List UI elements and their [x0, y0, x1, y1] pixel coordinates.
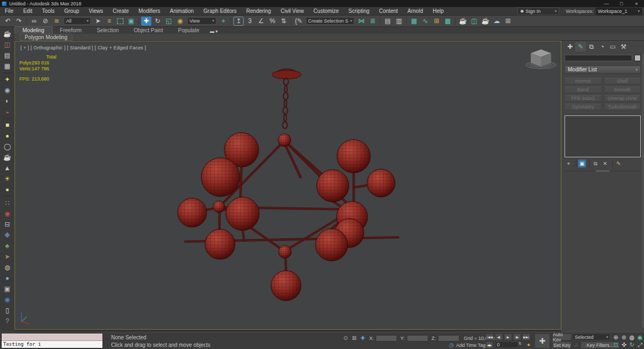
render-flyout-icon[interactable]: ⊞: [503, 17, 513, 26]
menu-create[interactable]: Create: [108, 7, 134, 15]
y-coordinate-input[interactable]: [407, 335, 428, 341]
select-lights-icon[interactable]: ✦: [3, 75, 12, 84]
zoom-extents-icon[interactable]: ◍: [628, 333, 636, 341]
menu-arnold[interactable]: Arnold: [402, 7, 428, 15]
frame-spinner[interactable]: ⇅: [518, 341, 522, 346]
select-rotate-icon[interactable]: ↻: [152, 17, 163, 26]
select-object-icon[interactable]: ➤: [93, 17, 103, 26]
zoom-region-icon[interactable]: ⊡: [612, 341, 620, 348]
set-keys-button[interactable]: ✚: [535, 333, 550, 348]
redo-icon[interactable]: ↷: [14, 17, 24, 26]
sign-in-button[interactable]: ◉ Sign In ▾: [517, 8, 559, 15]
menu-rendering[interactable]: Rendering: [241, 7, 276, 15]
go-to-start-button[interactable]: |◀◀: [486, 333, 494, 340]
help-icon[interactable]: ?: [3, 316, 12, 326]
listener-input-line[interactable]: Testing for i: [2, 341, 103, 348]
modifier-button-symmetry[interactable]: Symmetry: [565, 104, 602, 110]
ribbon-toggle-icon[interactable]: ▦: [409, 17, 419, 26]
menu-scripting[interactable]: Scripting: [343, 7, 374, 15]
selection-lock-icon[interactable]: ⊠: [350, 335, 358, 341]
viewport-label[interactable]: [ + ] [ Orthographic ] [ Standard ] [ Cl…: [20, 45, 146, 50]
modifier-button-smooth[interactable]: Smooth: [604, 86, 641, 93]
menu-modifiers[interactable]: Modifiers: [134, 7, 165, 15]
snap-3d-icon[interactable]: 3: [245, 17, 255, 26]
previous-frame-button[interactable]: ◀|: [495, 333, 503, 340]
menu-help[interactable]: Help: [428, 7, 449, 15]
modifier-button-ffd-2x2x2[interactable]: FFD 2x2x2: [565, 95, 602, 101]
controller-icon[interactable]: ⊟: [3, 220, 12, 229]
reference-coordsys-dropdown[interactable]: View▾: [187, 17, 216, 25]
snaps-toggle-icon[interactable]: ↥: [233, 17, 244, 26]
add-time-tag[interactable]: Add Time Tag: [456, 343, 486, 348]
menu-views[interactable]: Views: [84, 7, 108, 15]
object-color-swatch[interactable]: [634, 55, 641, 61]
hierarchy-tab[interactable]: ⧉: [586, 42, 597, 52]
rect-selection-region-icon[interactable]: [117, 18, 123, 24]
menu-file[interactable]: File: [0, 7, 18, 15]
polygon-modeling-panel[interactable]: Polygon Modeling: [20, 34, 72, 41]
schematic-view-icon[interactable]: ⊞: [431, 17, 442, 26]
ribbon-tab-object-paint[interactable]: Object Paint: [126, 27, 170, 34]
mirror-icon[interactable]: ⋈: [356, 17, 367, 26]
layer-explorer-toggle-icon[interactable]: ▥: [394, 17, 404, 26]
workspace-dropdown[interactable]: Workspace_1 ▾: [596, 8, 642, 15]
current-frame-field[interactable]: 0: [495, 341, 518, 348]
sphere-tool-icon[interactable]: ●: [3, 273, 12, 283]
viewport[interactable]: [ + ] [ Orthographic ] [ Standard ] [ Cl…: [14, 41, 561, 330]
menu-customize[interactable]: Customize: [309, 7, 343, 15]
use-pivot-center-icon[interactable]: ⌖: [218, 17, 229, 26]
close-button[interactable]: ×: [629, 1, 644, 6]
zoom-extents-all-icon[interactable]: ◉: [636, 333, 644, 341]
zoom-all-icon[interactable]: ⊛: [620, 333, 628, 341]
next-frame-button[interactable]: |▶: [513, 333, 521, 340]
maxscript-mini-listener[interactable]: Testing for i: [1, 333, 103, 348]
teapot-primitive-icon[interactable]: ☕: [3, 152, 12, 162]
minimize-button[interactable]: —: [599, 1, 614, 6]
select-link-icon[interactable]: ∞: [29, 17, 39, 26]
rendered-frame-window-icon[interactable]: ◫: [469, 17, 479, 26]
shade-selected-icon[interactable]: ◐: [3, 96, 12, 106]
disc-primitive-icon[interactable]: ◯: [3, 142, 12, 151]
ribbon-tab-modeling[interactable]: Modeling: [14, 26, 53, 34]
asset-browser-icon[interactable]: ▣: [3, 284, 12, 294]
blob-primitive-icon[interactable]: ●: [3, 131, 12, 141]
modifier-stack[interactable]: [565, 115, 641, 157]
pan-icon[interactable]: ✜: [620, 341, 628, 348]
omni-light-icon[interactable]: ☀: [3, 174, 12, 184]
select-by-name-icon[interactable]: ≡: [104, 17, 114, 26]
render-cloud-icon[interactable]: ☁: [492, 17, 502, 26]
object-name-field[interactable]: [565, 55, 632, 61]
percent-snap-icon[interactable]: %: [267, 17, 277, 26]
fluids-icon[interactable]: ❉: [3, 230, 12, 240]
teapot-icon[interactable]: ☕: [3, 29, 12, 39]
bind-spacewarp-icon[interactable]: ≋: [52, 17, 62, 26]
auto-key-button[interactable]: Auto Key: [552, 333, 572, 340]
display-tab[interactable]: ▭: [608, 42, 618, 52]
particles-icon[interactable]: ∷: [3, 198, 12, 208]
selection-set-dropdown[interactable]: Selected ▾: [573, 333, 610, 340]
select-cameras-icon[interactable]: ◉: [3, 85, 12, 95]
named-selection-sets-icon[interactable]: {✎: [294, 17, 304, 26]
bird-icon[interactable]: ➤: [3, 252, 12, 261]
unlink-selection-icon[interactable]: ⊘: [40, 17, 50, 26]
selection-filter-dropdown[interactable]: All▾: [64, 17, 91, 25]
select-move-icon[interactable]: ✚: [141, 17, 151, 26]
modify-tab[interactable]: ✎: [575, 42, 586, 52]
menu-edit[interactable]: Edit: [18, 7, 37, 15]
sphere-primitive-icon[interactable]: ●: [3, 185, 12, 194]
time-tag-icon[interactable]: ◷: [448, 342, 455, 348]
named-selection-dropdown[interactable]: Create Selection Se▾: [306, 17, 354, 25]
zoom-icon[interactable]: ⊕: [612, 333, 620, 341]
document-icon[interactable]: ▯: [3, 306, 12, 315]
layer-explorer-panel-icon[interactable]: ▦: [3, 61, 12, 71]
scene-explorer-toggle-icon[interactable]: ▤: [383, 17, 393, 26]
scene-explorer-panel-icon[interactable]: ▤: [3, 50, 12, 60]
ribbon-tab-freeform[interactable]: Freeform: [53, 27, 90, 34]
render-setup-icon[interactable]: ☕: [458, 17, 468, 26]
key-toggle-icon[interactable]: ✦: [525, 342, 532, 348]
material-check-icon[interactable]: ◒: [3, 107, 12, 117]
curve-editor-icon[interactable]: ∿: [420, 17, 430, 26]
spinner-snap-icon[interactable]: ⇅: [279, 17, 289, 26]
set-key-button[interactable]: Set Key: [552, 341, 572, 348]
ribbon-tab-selection[interactable]: Selection: [89, 27, 126, 34]
